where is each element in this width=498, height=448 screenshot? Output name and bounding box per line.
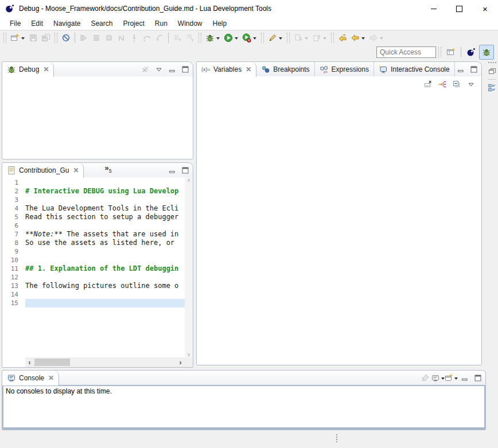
- scroll-down-icon[interactable]: ∨: [187, 352, 191, 357]
- maximize-button[interactable]: [473, 373, 483, 383]
- maximize-button[interactable]: [181, 166, 190, 175]
- tab-editor-contribution-guide[interactable]: Contribution_Gu ✕: [2, 163, 84, 178]
- menu-project[interactable]: Project: [118, 18, 149, 29]
- menu-run[interactable]: Run: [150, 18, 173, 29]
- chevron-down-icon[interactable]: [21, 37, 25, 41]
- tab-console[interactable]: Console ✕: [2, 371, 59, 385]
- restore-views-button[interactable]: [488, 67, 497, 76]
- display-console-button[interactable]: [434, 373, 443, 383]
- chevron-down-icon[interactable]: [235, 37, 238, 41]
- debug-view-tabbar: Debug ✕: [2, 62, 193, 77]
- menu-window[interactable]: Window: [173, 18, 208, 29]
- open-perspective-button[interactable]: [444, 45, 458, 59]
- remove-terminated-icon: [141, 65, 150, 74]
- menu-search[interactable]: Search: [85, 18, 118, 29]
- show-logical-structures-button[interactable]: [438, 80, 447, 89]
- variables-tabbar: (x)=Variables✕Breakpointsx=ExpressionsIn…: [197, 62, 481, 77]
- close-icon[interactable]: ✕: [73, 167, 79, 174]
- run-icon: [224, 33, 233, 42]
- debug-perspective-icon: [482, 48, 491, 57]
- resume-button: [77, 32, 90, 44]
- expressions-icon: x=: [320, 65, 329, 74]
- code-line: [25, 196, 185, 204]
- more-editors-chevron[interactable]: »5: [104, 163, 111, 177]
- minimize-button[interactable]: [168, 65, 177, 74]
- new-wizard-button[interactable]: [9, 32, 27, 44]
- collapse-all-button[interactable]: [452, 80, 461, 89]
- chevron-down-icon[interactable]: [253, 37, 256, 41]
- window-close-button[interactable]: ×: [472, 0, 498, 17]
- coverage-button[interactable]: [240, 32, 259, 44]
- line-number: 11: [2, 264, 18, 273]
- maximize-icon: [469, 65, 478, 74]
- menu-file[interactable]: File: [5, 18, 26, 29]
- tab-debug-view[interactable]: Debug ✕: [2, 62, 54, 77]
- new-wizard-icon: [10, 33, 20, 42]
- debug-view-panel: Debug ✕: [2, 61, 193, 159]
- suspend-button: [90, 32, 103, 44]
- chevron-down-icon[interactable]: [361, 37, 365, 41]
- line-number: 2: [2, 187, 18, 196]
- chevron-down-icon[interactable]: [323, 37, 326, 41]
- menu-help[interactable]: Help: [208, 18, 232, 29]
- code-area[interactable]: # Interactive DEBUG using Lua DevelopThe…: [25, 178, 185, 357]
- toolbar-drag-handle: [438, 47, 441, 57]
- chevron-down-icon[interactable]: [380, 37, 383, 41]
- outline-view-icon: [488, 83, 497, 92]
- open-console-button[interactable]: [447, 373, 456, 383]
- minimize-icon: [168, 65, 177, 74]
- show-type-names-button[interactable]: [423, 80, 433, 89]
- maximize-button[interactable]: [469, 65, 478, 74]
- maximize-button[interactable]: [181, 65, 190, 74]
- minimize-button[interactable]: [460, 373, 469, 383]
- tab-expressions[interactable]: x=Expressions: [315, 62, 374, 76]
- use-step-filters-button: [184, 32, 196, 44]
- scroll-right-icon[interactable]: ›: [176, 357, 185, 367]
- markdown-file-icon: [7, 166, 16, 175]
- view-menu-button[interactable]: [466, 80, 476, 89]
- external-tools-button[interactable]: [266, 32, 285, 44]
- view-menu-button[interactable]: [154, 65, 164, 74]
- previous-annotation-icon: [312, 33, 321, 42]
- quick-access-input[interactable]: [376, 46, 436, 58]
- back-button[interactable]: [349, 32, 367, 44]
- open-console-icon: [444, 373, 453, 383]
- chevron-down-icon[interactable]: [305, 37, 308, 41]
- close-icon[interactable]: ✕: [246, 66, 251, 73]
- lua-perspective-button[interactable]: [464, 45, 478, 59]
- show-type-names-icon: [423, 80, 433, 89]
- menu-edit[interactable]: Edit: [26, 18, 48, 29]
- scrollbar-thumb[interactable]: [34, 359, 70, 366]
- outline-view-button[interactable]: [488, 83, 497, 92]
- tab-variables[interactable]: (x)=Variables✕: [197, 62, 256, 77]
- editor-panel: Contribution_Gu ✕ »5 1234567891011121314…: [2, 162, 193, 368]
- minimize-button[interactable]: [456, 65, 465, 74]
- minimized-views-trim: [486, 60, 498, 430]
- tab-label: Console: [19, 374, 44, 382]
- close-icon[interactable]: ✕: [48, 375, 54, 381]
- debug-button[interactable]: [204, 32, 222, 44]
- chevron-down-icon[interactable]: [216, 37, 220, 41]
- debug-perspective-button[interactable]: [479, 45, 494, 60]
- chevron-down-icon[interactable]: [279, 37, 282, 41]
- window-minimize-button[interactable]: [421, 0, 446, 17]
- run-button[interactable]: [222, 32, 240, 44]
- window-maximize-button[interactable]: [446, 0, 472, 17]
- tab-breakpoints[interactable]: Breakpoints: [256, 62, 314, 76]
- trim-separator: [488, 79, 496, 80]
- menu-navigate[interactable]: Navigate: [48, 18, 85, 29]
- chevron-down-icon[interactable]: [454, 377, 458, 381]
- scroll-left-icon[interactable]: ‹: [25, 357, 34, 367]
- minimize-button[interactable]: [168, 166, 177, 175]
- last-edit-location-button[interactable]: [336, 32, 349, 44]
- tab-interactive-console[interactable]: Interactive Console: [374, 62, 455, 76]
- editor-horizontal-scrollbar[interactable]: ‹ ›: [25, 357, 185, 367]
- disconnect-icon: [117, 33, 126, 42]
- code-line: # Interactive DEBUG using Lua Develop: [25, 187, 185, 196]
- scroll-up-icon[interactable]: ∧: [187, 177, 191, 183]
- line-number: 10: [2, 256, 18, 264]
- variables-content: [197, 92, 481, 365]
- close-icon[interactable]: ✕: [43, 66, 49, 73]
- skip-breakpoints-button[interactable]: [60, 32, 72, 44]
- editor-vertical-scrollbar[interactable]: ∧∨: [185, 177, 193, 357]
